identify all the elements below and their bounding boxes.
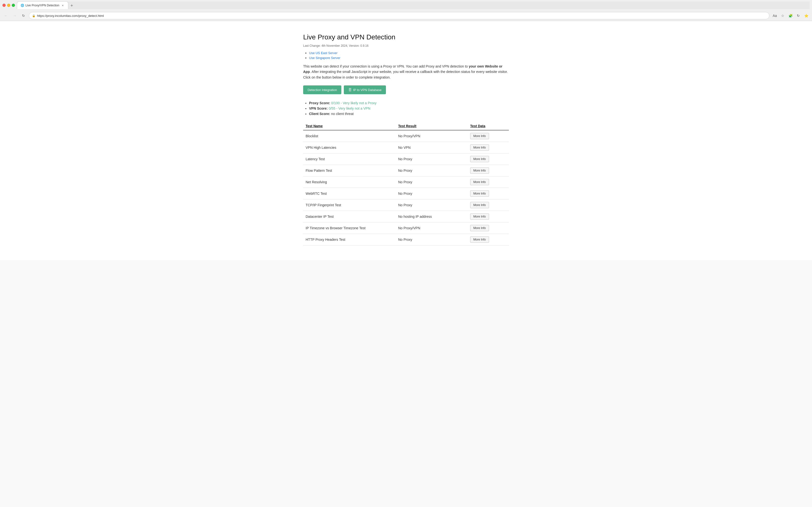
database-icon: 🗄 [348,88,352,92]
test-name-cell: Datacenter IP Test [303,211,396,222]
test-result-cell: No Proxy [396,234,468,245]
test-result-cell: No VPN [396,142,468,154]
description: This website can detect if your connecti… [303,64,509,80]
test-data-cell: More Info [468,200,509,211]
test-data-cell: More Info [468,154,509,165]
forward-button[interactable]: → [11,12,18,19]
test-result-cell: No hosting IP address [396,211,468,222]
more-info-button[interactable]: More Info [470,202,489,208]
test-name-cell: Blocklist [303,130,396,142]
more-info-button[interactable]: More Info [470,133,489,139]
address-url: https://proxy.incolumitas.com/proxy_dete… [37,14,104,18]
toolbar-icons: Aa ☆ 🧩 ↻ ⭐ [771,12,810,19]
table-row: Latency TestNo ProxyMore Info [303,154,509,165]
test-data-cell: More Info [468,234,509,245]
detection-integration-button[interactable]: Detection Integration [303,86,341,94]
test-result-cell: No Proxy/VPN [396,222,468,234]
back-button[interactable]: ← [2,12,9,19]
test-data-cell: More Info [468,188,509,200]
tab-favicon: 🌐 [20,4,24,7]
more-info-button[interactable]: More Info [470,145,489,151]
proxy-score-item: Proxy Score: 0/100 - Very likely not a P… [309,101,509,105]
reload-button[interactable]: ↻ [20,12,27,19]
table-header: Test Name Test Result Test Data [303,122,509,130]
test-result-cell: No Proxy [396,188,468,200]
vpn-score-label: VPN Score: [309,106,327,110]
test-data-cell: More Info [468,130,509,142]
server-links-list: Use US East Server Use Singapore Server [309,51,509,60]
active-tab[interactable]: 🌐 Live Proxy/VPN Detection ✕ [17,1,68,9]
maximize-window-button[interactable] [12,4,15,7]
table-body: BlocklistNo Proxy/VPNMore InfoVPN High L… [303,130,509,245]
table-header-row: Test Name Test Result Test Data [303,122,509,130]
reader-view-icon[interactable]: Aa [771,12,778,19]
more-info-button[interactable]: More Info [470,225,489,231]
more-info-button[interactable]: More Info [470,156,489,162]
minimize-window-button[interactable] [7,4,10,7]
proxy-score-label: Proxy Score: [309,101,330,105]
vpn-score-value: 0/55 - Very likely not a VPN [328,106,370,110]
bookmark-icon[interactable]: ☆ [779,12,786,19]
test-result-cell: No Proxy [396,176,468,188]
test-name-cell: IP Timezone vs Browser Timezone Test [303,222,396,234]
client-score-label: Client Score: [309,112,330,116]
table-row: Flow Pattern TestNo ProxyMore Info [303,165,509,176]
col-test-name: Test Name [303,122,396,130]
test-result-cell: No Proxy/VPN [396,130,468,142]
table-row: HTTP Proxy Headers TestNo ProxyMore Info [303,234,509,245]
more-info-button[interactable]: More Info [470,213,489,220]
lock-icon: 🔒 [32,14,36,17]
tab-title: Live Proxy/VPN Detection [26,4,59,7]
test-result-cell: No Proxy [396,154,468,165]
more-info-button[interactable]: More Info [470,236,489,243]
col-test-data: Test Data [468,122,509,130]
table-row: BlocklistNo Proxy/VPNMore Info [303,130,509,142]
more-info-button[interactable]: More Info [470,179,489,185]
col-test-result: Test Result [396,122,468,130]
description-part1: This website can detect if your connecti… [303,64,469,68]
test-name-cell: HTTP Proxy Headers Test [303,234,396,245]
client-score-value: no client threat [331,112,354,116]
test-data-cell: More Info [468,165,509,176]
favorites-icon[interactable]: ⭐ [803,12,810,19]
vpn-score-item: VPN Score: 0/55 - Very likely not a VPN [309,106,509,110]
test-result-cell: No Proxy [396,165,468,176]
table-row: IP Timezone vs Browser Timezone TestNo P… [303,222,509,234]
scores-list: Proxy Score: 0/100 - Very likely not a P… [309,101,509,116]
client-score-item: Client Score: no client threat [309,112,509,116]
close-window-button[interactable] [2,4,6,7]
test-name-cell: Flow Pattern Test [303,165,396,176]
table-row: VPN High LatenciesNo VPNMore Info [303,142,509,154]
test-name-cell: VPN High Latencies [303,142,396,154]
new-tab-button[interactable]: + [68,2,75,9]
more-info-button[interactable]: More Info [470,190,489,197]
action-buttons: Detection Integration 🗄 IP to VPN Databa… [303,86,509,94]
window-controls [2,4,15,7]
proxy-score-value: 0/100 - Very likely not a Proxy [331,101,376,105]
table-row: TCP/IP Fingerprint TestNo ProxyMore Info [303,200,509,211]
more-info-button[interactable]: More Info [470,167,489,174]
page-title: Live Proxy and VPN Detection [303,33,509,41]
test-name-cell: Net Resolving [303,176,396,188]
address-bar[interactable]: 🔒 https://proxy.incolumitas.com/proxy_de… [29,12,769,19]
browser-extension-icon[interactable]: 🧩 [787,12,794,19]
test-data-cell: More Info [468,211,509,222]
table-row: Net ResolvingNo ProxyMore Info [303,176,509,188]
description-part2: . After integrating the small JavaScript… [303,70,508,79]
address-bar-row: ← → ↻ 🔒 https://proxy.incolumitas.com/pr… [0,10,812,21]
test-name-cell: TCP/IP Fingerprint Test [303,200,396,211]
refresh-icon[interactable]: ↻ [795,12,802,19]
test-data-cell: More Info [468,222,509,234]
server-link-item: Use US East Server [309,51,509,55]
test-results-table: Test Name Test Result Test Data Blocklis… [303,122,509,245]
btn-database-label: IP to VPN Database [353,88,382,92]
us-east-server-link[interactable]: Use US East Server [309,51,338,55]
ip-to-vpn-database-button[interactable]: 🗄 IP to VPN Database [344,86,386,94]
test-name-cell: WebRTC Test [303,188,396,200]
table-row: WebRTC TestNo ProxyMore Info [303,188,509,200]
test-data-cell: More Info [468,176,509,188]
tab-bar: 🌐 Live Proxy/VPN Detection ✕ + [17,1,810,9]
singapore-server-link[interactable]: Use Singapore Server [309,56,340,60]
tab-close-button[interactable]: ✕ [61,3,65,7]
test-result-cell: No Proxy [396,200,468,211]
